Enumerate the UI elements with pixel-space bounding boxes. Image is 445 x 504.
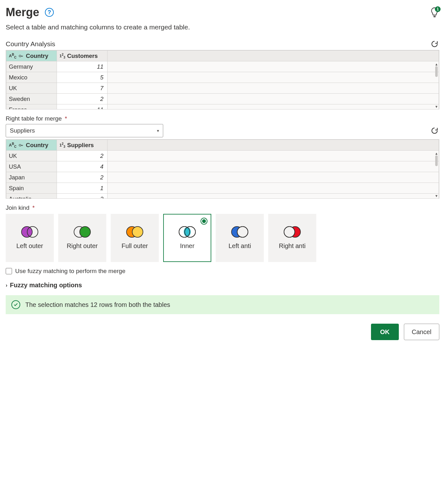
column-header-country[interactable]: ABC Country: [6, 51, 57, 61]
column-header-suppliers[interactable]: 123 Suppliers: [57, 140, 108, 151]
right-table-preview[interactable]: ABC Country 123 Suppliers UK2 USA4 Japan…: [6, 139, 439, 199]
join-right-outer[interactable]: Right outer: [58, 214, 106, 262]
table-row: Spain1: [6, 183, 439, 194]
text-type-icon: ABC: [9, 53, 16, 59]
selected-radio-icon: [201, 218, 207, 225]
join-right-anti[interactable]: Right anti: [268, 214, 316, 262]
svg-point-0: [19, 55, 21, 57]
scroll-down-icon[interactable]: ▼: [435, 105, 438, 109]
cancel-button[interactable]: Cancel: [404, 324, 439, 340]
match-status-banner: The selection matches 12 rows from both …: [6, 295, 439, 314]
text-type-icon: ABC: [9, 142, 16, 148]
join-left-anti[interactable]: Left anti: [216, 214, 264, 262]
column-header-customers[interactable]: 123 Customers: [57, 51, 108, 61]
table-row: Sweden2: [6, 94, 439, 104]
chevron-down-icon: ▾: [157, 128, 159, 133]
column-header-empty: [108, 51, 439, 61]
table-row: Australia2: [6, 194, 439, 199]
suggestions-badge: 1: [435, 6, 441, 12]
column-header-country[interactable]: ABC Country: [6, 140, 57, 151]
table-row: France11: [6, 104, 439, 110]
success-check-icon: [11, 300, 20, 309]
refresh-right-table-button[interactable]: [430, 126, 439, 135]
table-row: Germany11: [6, 61, 439, 72]
join-full-outer[interactable]: Full outer: [111, 214, 159, 262]
scroll-thumb[interactable]: [435, 66, 438, 77]
dialog-subtitle: Select a table and matching columns to c…: [6, 23, 439, 31]
join-kind-label: Join kind *: [6, 204, 439, 211]
join-inner[interactable]: Inner: [163, 214, 211, 262]
suggestions-icon[interactable]: 1: [430, 7, 439, 18]
right-table-field-label: Right table for merge *: [6, 115, 439, 122]
table-row: USA4: [6, 161, 439, 172]
key-icon: [18, 53, 24, 59]
scrollbar[interactable]: ▲ ▼: [435, 152, 438, 198]
left-table-name: Country Analysis: [6, 40, 55, 48]
fuzzy-options-expander[interactable]: › Fuzzy matching options: [6, 282, 439, 289]
scroll-up-icon[interactable]: ▲: [435, 62, 438, 66]
left-table-preview[interactable]: ABC Country 123 Customers Germany11 Mexi…: [6, 50, 439, 109]
join-left-outer[interactable]: Left outer: [6, 214, 54, 262]
table-row: UK7: [6, 83, 439, 94]
scroll-up-icon[interactable]: ▲: [435, 152, 438, 155]
fuzzy-matching-label: Use fuzzy matching to perform the merge: [15, 268, 125, 275]
table-row: Mexico5: [6, 72, 439, 83]
column-header-empty: [108, 140, 439, 151]
help-icon[interactable]: ?: [45, 8, 54, 17]
right-table-dropdown[interactable]: Suppliers ▾: [6, 124, 163, 137]
ok-button[interactable]: OK: [371, 324, 399, 340]
join-kind-options: Left outer Right outer Full outer Inner …: [6, 214, 439, 262]
dialog-title: Merge: [6, 6, 39, 19]
svg-point-1: [19, 144, 21, 146]
fuzzy-matching-checkbox[interactable]: [6, 268, 12, 274]
scrollbar[interactable]: ▲ ▼: [435, 62, 438, 109]
table-row: Japan2: [6, 172, 439, 183]
key-icon: [18, 142, 24, 148]
number-type-icon: 123: [59, 142, 65, 148]
table-row: UK2: [6, 151, 439, 161]
scroll-down-icon[interactable]: ▼: [435, 194, 438, 198]
refresh-left-table-button[interactable]: [430, 39, 439, 49]
chevron-right-icon: ›: [6, 283, 7, 288]
scroll-thumb[interactable]: [435, 155, 438, 166]
number-type-icon: 123: [59, 53, 65, 59]
